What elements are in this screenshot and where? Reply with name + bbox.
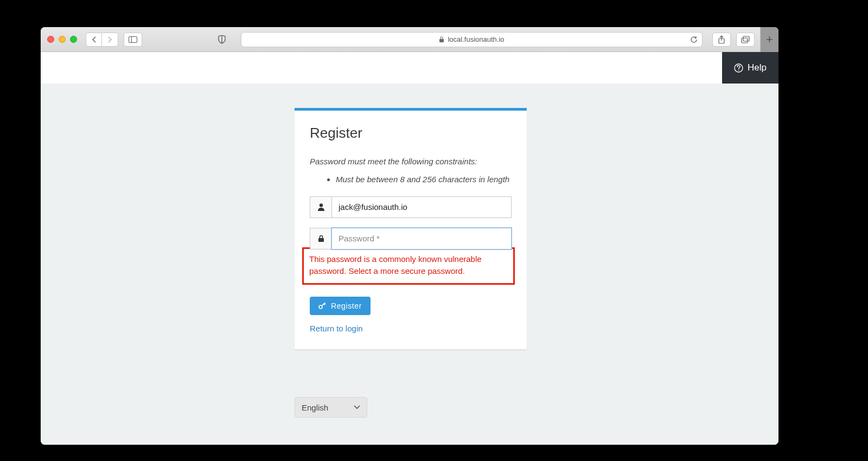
fullscreen-window-button[interactable] xyxy=(70,36,77,43)
url-bar[interactable]: local.fusionauth.io xyxy=(241,32,703,47)
password-field[interactable] xyxy=(331,228,512,249)
svg-rect-5 xyxy=(743,36,749,41)
language-selector[interactable]: English xyxy=(295,397,367,418)
url-text: local.fusionauth.io xyxy=(448,35,504,43)
lock-icon xyxy=(439,36,444,43)
password-input-group xyxy=(310,228,512,249)
email-field[interactable] xyxy=(331,196,512,218)
share-button[interactable] xyxy=(712,33,731,47)
chevron-right-icon xyxy=(107,36,112,43)
password-addon xyxy=(310,228,331,249)
register-button-label: Register xyxy=(331,302,362,310)
svg-rect-9 xyxy=(318,238,324,242)
sidebar-toggle-button[interactable] xyxy=(124,33,142,47)
key-icon xyxy=(318,302,327,310)
sidebar-icon xyxy=(129,36,137,43)
browser-window: local.fusionauth.io + Help Register Pas xyxy=(41,27,778,445)
help-button[interactable]: Help xyxy=(722,52,778,84)
new-tab-button[interactable]: + xyxy=(760,27,778,52)
password-constraints-list: Must be between 8 and 256 characters in … xyxy=(310,174,512,185)
register-button[interactable]: Register xyxy=(310,297,371,315)
help-label: Help xyxy=(748,62,767,73)
email-input-group xyxy=(310,196,512,218)
svg-point-10 xyxy=(319,305,322,309)
shield-icon xyxy=(218,35,226,44)
password-constraints-lead: Password must meet the following constra… xyxy=(310,157,512,166)
plus-icon: + xyxy=(766,33,773,47)
user-icon xyxy=(317,203,325,211)
email-addon xyxy=(310,196,331,218)
back-button[interactable] xyxy=(86,33,102,47)
page-content: Help Register Password must meet the fol… xyxy=(41,52,778,445)
svg-point-8 xyxy=(319,204,322,207)
reload-button[interactable] xyxy=(690,36,698,43)
password-error-message: This password is a commonly known vulner… xyxy=(302,247,515,285)
window-controls xyxy=(47,36,77,43)
password-constraint-item: Must be between 8 and 256 characters in … xyxy=(336,174,512,185)
svg-rect-4 xyxy=(742,38,748,43)
svg-rect-2 xyxy=(439,39,444,42)
app-topbar xyxy=(41,52,778,84)
tabs-button[interactable] xyxy=(736,33,755,47)
nav-buttons xyxy=(86,33,118,47)
minimize-window-button[interactable] xyxy=(59,36,66,43)
toolbar-right: + xyxy=(712,27,772,52)
forward-button[interactable] xyxy=(102,33,118,47)
tabs-icon xyxy=(741,36,750,43)
lock-icon xyxy=(318,235,324,242)
svg-point-7 xyxy=(738,69,739,71)
language-selected-label: English xyxy=(302,403,328,412)
svg-rect-0 xyxy=(129,36,137,42)
return-to-login-link[interactable]: Return to login xyxy=(310,324,512,333)
page-title: Register xyxy=(310,125,512,142)
help-icon xyxy=(734,63,743,73)
chevron-down-icon xyxy=(354,405,360,409)
chevron-left-icon xyxy=(92,36,97,43)
share-icon xyxy=(718,35,725,44)
browser-toolbar: local.fusionauth.io + xyxy=(41,27,778,52)
reload-icon xyxy=(690,36,698,43)
close-window-button[interactable] xyxy=(47,36,54,43)
register-card: Register Password must meet the followin… xyxy=(295,108,527,349)
privacy-shield-button[interactable] xyxy=(213,33,231,47)
